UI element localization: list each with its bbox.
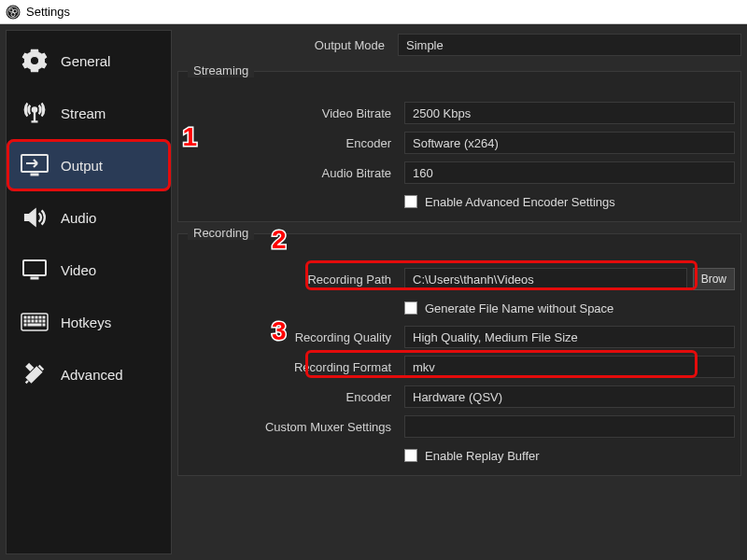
- svg-rect-15: [39, 316, 41, 318]
- label-muxer: Custom Muxer Settings: [184, 420, 399, 434]
- svg-rect-19: [32, 320, 34, 322]
- svg-rect-17: [24, 320, 26, 322]
- main-area: General Stream Output 1 Audio Vide: [0, 24, 747, 560]
- keyboard-icon: [20, 313, 49, 331]
- obs-app-icon: [6, 5, 21, 20]
- select-streaming-encoder[interactable]: Software (x264): [404, 132, 735, 154]
- svg-rect-9: [31, 277, 38, 279]
- row-audio-bitrate: Audio Bitrate 160: [184, 158, 735, 188]
- checkbox-enable-advanced[interactable]: [404, 195, 417, 208]
- row-enable-advanced: Enable Advanced Encoder Settings: [184, 188, 735, 216]
- label-streaming-encoder: Encoder: [184, 136, 399, 150]
- window-title: Settings: [26, 5, 70, 19]
- svg-rect-14: [35, 316, 37, 318]
- sidebar-item-advanced[interactable]: Advanced: [7, 348, 171, 400]
- value-output-mode: Simple: [406, 38, 444, 52]
- svg-rect-25: [43, 324, 45, 326]
- gear-icon: [20, 48, 49, 74]
- input-recording-path[interactable]: C:\Users\thanh\Videos: [404, 268, 687, 290]
- annotation-2: 2: [272, 225, 287, 255]
- output-screen-icon: [20, 153, 49, 177]
- value-recording-format: mkv: [413, 360, 435, 374]
- annotation-3: 3: [272, 316, 287, 346]
- value-streaming-encoder: Software (x264): [413, 136, 499, 150]
- svg-rect-8: [23, 260, 46, 275]
- settings-content: Output Mode Simple Streaming Video Bitra…: [177, 30, 741, 554]
- checkbox-replay-buffer[interactable]: [404, 449, 417, 462]
- sidebar-item-stream[interactable]: Stream: [7, 87, 171, 139]
- row-replay-buffer: Enable Replay Buffer: [184, 441, 735, 469]
- label-video-bitrate: Video Bitrate: [184, 106, 399, 120]
- svg-rect-22: [43, 320, 45, 322]
- row-streaming-encoder: Encoder Software (x264): [184, 128, 735, 158]
- group-streaming: Streaming Video Bitrate 2500 Kbps Encode…: [177, 71, 741, 222]
- select-audio-bitrate[interactable]: 160: [404, 161, 735, 184]
- svg-rect-20: [35, 320, 37, 322]
- select-recording-encoder[interactable]: Hardware (QSV): [404, 385, 735, 408]
- input-video-bitrate[interactable]: 2500 Kbps: [404, 102, 735, 124]
- sidebar-item-output[interactable]: Output 1: [7, 139, 171, 191]
- checkbox-gen-filename[interactable]: [404, 301, 417, 315]
- sidebar-item-video[interactable]: Video: [7, 244, 171, 296]
- value-recording-encoder: Hardware (QSV): [413, 390, 502, 404]
- browse-button[interactable]: Brow: [693, 268, 735, 290]
- row-muxer: Custom Muxer Settings: [184, 412, 735, 441]
- annotation-1: 1: [182, 122, 197, 152]
- label-replay-buffer[interactable]: Enable Replay Buffer: [425, 449, 540, 463]
- svg-rect-18: [28, 320, 30, 322]
- select-recording-quality[interactable]: High Quality, Medium File Size: [404, 326, 735, 348]
- sidebar-item-label: Stream: [61, 105, 106, 121]
- value-video-bitrate: 2500 Kbps: [413, 106, 471, 120]
- sidebar-item-label: Audio: [61, 210, 96, 226]
- label-recording-quality: Recording Quality: [184, 330, 399, 344]
- settings-sidebar: General Stream Output 1 Audio Vide: [6, 30, 172, 554]
- speaker-icon: [20, 204, 49, 231]
- value-recording-quality: High Quality, Medium File Size: [413, 330, 578, 344]
- sidebar-item-label: Video: [61, 262, 96, 278]
- label-output-mode: Output Mode: [177, 38, 392, 52]
- svg-rect-23: [24, 324, 26, 326]
- row-recording-quality: 3 Recording Quality High Quality, Medium…: [184, 322, 735, 352]
- svg-rect-7: [31, 174, 38, 175]
- svg-rect-13: [32, 316, 34, 318]
- sidebar-item-general[interactable]: General: [7, 35, 171, 87]
- label-gen-filename[interactable]: Generate File Name without Space: [425, 301, 613, 315]
- value-audio-bitrate: 160: [413, 166, 433, 180]
- row-recording-encoder: Encoder Hardware (QSV): [184, 382, 735, 412]
- label-enable-advanced[interactable]: Enable Advanced Encoder Settings: [425, 195, 615, 209]
- sidebar-item-label: Hotkeys: [61, 315, 111, 330]
- label-browse: Brow: [701, 273, 726, 286]
- input-muxer[interactable]: [404, 415, 735, 438]
- row-recording-format: Recording Format mkv: [184, 352, 735, 382]
- sidebar-item-label: Advanced: [61, 367, 123, 383]
- svg-rect-16: [43, 316, 45, 318]
- sidebar-item-label: Output: [61, 158, 103, 174]
- svg-rect-12: [28, 316, 30, 318]
- tools-icon: [20, 361, 49, 387]
- label-audio-bitrate: Audio Bitrate: [184, 166, 399, 180]
- sidebar-item-audio[interactable]: Audio: [7, 191, 171, 244]
- row-recording-path: Recording Path C:\Users\thanh\Videos Bro…: [184, 264, 735, 294]
- label-recording-path: Recording Path: [184, 273, 399, 287]
- legend-recording: Recording: [188, 226, 254, 240]
- svg-rect-21: [39, 320, 41, 322]
- antenna-icon: [20, 100, 49, 126]
- row-video-bitrate: Video Bitrate 2500 Kbps: [184, 98, 735, 128]
- sidebar-item-label: General: [61, 53, 110, 69]
- select-recording-format[interactable]: mkv: [404, 356, 735, 378]
- value-recording-path: C:\Users\thanh\Videos: [413, 273, 534, 287]
- window-titlebar: Settings: [0, 0, 747, 24]
- monitor-icon: [20, 257, 49, 283]
- legend-streaming: Streaming: [188, 63, 254, 77]
- select-output-mode[interactable]: Simple: [398, 34, 741, 56]
- row-gen-filename: Generate File Name without Space: [184, 294, 735, 322]
- sidebar-item-hotkeys[interactable]: Hotkeys: [7, 296, 171, 348]
- svg-rect-11: [24, 316, 26, 318]
- row-output-mode: Output Mode Simple: [177, 30, 741, 60]
- group-recording: Recording 2 Recording Path C:\Users\than…: [177, 233, 741, 476]
- label-recording-encoder: Encoder: [184, 390, 399, 404]
- label-recording-format: Recording Format: [184, 360, 399, 374]
- svg-rect-24: [28, 324, 41, 326]
